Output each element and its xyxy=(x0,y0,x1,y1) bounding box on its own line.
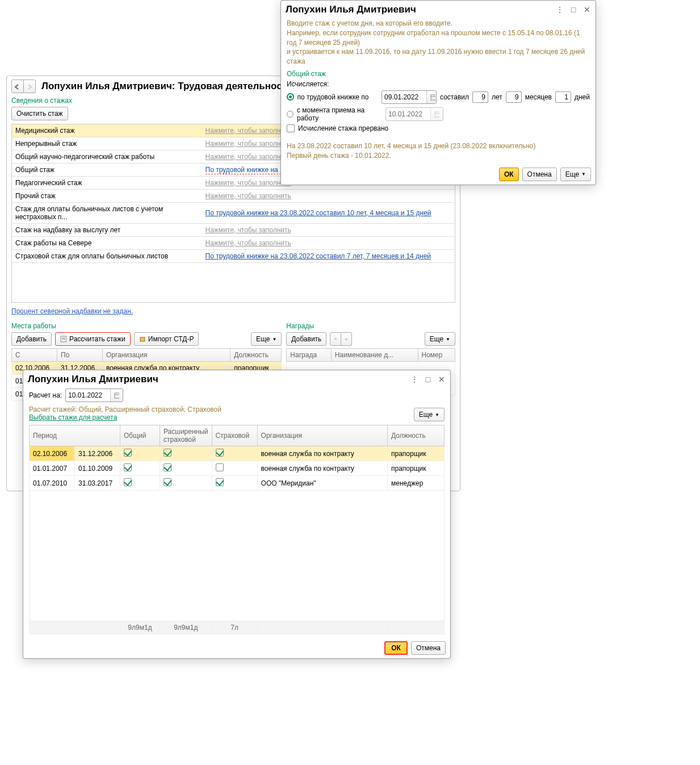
stazh-label: Стаж для оплаты больничных листов с учет… xyxy=(12,203,202,224)
more-calc-button[interactable]: Еще ▼ xyxy=(414,408,445,421)
more-work-button[interactable]: Еще ▼ xyxy=(251,332,282,346)
close-icon[interactable]: ✕ xyxy=(583,6,591,14)
svg-rect-8 xyxy=(115,393,119,398)
stazh-label: Стаж на надбавку за выслугу лет xyxy=(12,224,202,237)
stazh-label: Стаж работы на Севере xyxy=(12,237,202,250)
ok-button[interactable]: ОК xyxy=(384,641,408,655)
awards-section-label: Награды xyxy=(286,322,455,330)
calc-dialog: Лопухин Илья Дмитриевич ⋮ □ ✕ Расчет на:… xyxy=(23,370,451,659)
checkbox[interactable] xyxy=(124,463,132,471)
maximize-icon[interactable]: □ xyxy=(569,6,577,14)
cancel-button[interactable]: Отмена xyxy=(522,168,557,181)
add-work-button[interactable]: Добавить xyxy=(11,332,52,346)
stazh-value-link[interactable]: Нажмите, чтобы заполнить xyxy=(206,153,291,161)
stazh-label: Педагогический стаж xyxy=(12,177,202,190)
calc-dialog-title: Лопухин Илья Дмитриевич xyxy=(28,374,405,385)
more-awards-button[interactable]: Еще ▼ xyxy=(425,332,455,346)
percent-link[interactable]: Процент северной надбавки не задан. xyxy=(11,307,133,315)
stazh-label: Страховой стаж для оплаты больничных лис… xyxy=(12,250,202,263)
more-button[interactable]: Еще ▼ xyxy=(560,168,591,181)
svg-rect-6 xyxy=(435,112,439,117)
stazh-value-link[interactable]: Нажмите, чтобы заполнить xyxy=(206,226,291,234)
stazh-value-link[interactable]: Нажмите, чтобы заполнить xyxy=(206,127,291,135)
checkbox[interactable] xyxy=(216,478,224,486)
maximize-icon[interactable]: □ xyxy=(424,375,432,383)
ok-button[interactable]: ОК xyxy=(499,168,519,181)
common-stazh-label: Общий стаж xyxy=(287,70,590,78)
stazh-value-link[interactable]: Нажмите, чтобы заполнить xyxy=(206,192,291,200)
nav-forward-button[interactable] xyxy=(24,80,36,93)
date1-input[interactable] xyxy=(382,90,437,104)
menu-icon[interactable]: ⋮ xyxy=(556,6,564,14)
work-section-label: Места работы xyxy=(11,322,282,330)
stazh-label: Прочий стаж xyxy=(12,190,202,203)
nav-back-button[interactable] xyxy=(11,80,24,93)
choose-stazh-link[interactable]: Выбрать стажи для расчета xyxy=(29,413,117,421)
cancel-button[interactable]: Отмена xyxy=(411,641,446,655)
calc-date-input[interactable] xyxy=(65,388,123,402)
stazh-value-link[interactable]: По трудовой книжке на 23.08.2022 состави… xyxy=(206,209,431,217)
days-input[interactable] xyxy=(555,91,571,103)
checkbox[interactable] xyxy=(164,478,171,486)
calendar-icon[interactable] xyxy=(110,389,123,402)
checkbox[interactable] xyxy=(216,449,224,457)
close-icon[interactable]: ✕ xyxy=(438,375,446,383)
nav-buttons xyxy=(11,80,36,93)
stazh-label: Медицинский стаж xyxy=(12,124,202,137)
stazh-label: Непрерывный стаж xyxy=(12,137,202,151)
date2-input xyxy=(385,107,443,121)
months-input[interactable] xyxy=(506,91,522,103)
checkbox[interactable] xyxy=(216,463,224,471)
calc-stazh-button[interactable]: Рассчитать стажи xyxy=(55,332,131,346)
svg-rect-4 xyxy=(431,95,435,100)
radio-by-trudovaya[interactable] xyxy=(287,93,294,101)
stazh-value-link[interactable]: Нажмите, чтобы заполнить xyxy=(206,179,291,187)
page-title: Лопухин Илья Дмитриевич: Трудовая деятел… xyxy=(41,81,292,92)
calendar-icon xyxy=(430,108,443,120)
stazh-value-link[interactable]: Нажмите, чтобы заполнить xyxy=(206,239,291,247)
checkbox[interactable] xyxy=(164,449,171,457)
years-input[interactable] xyxy=(472,91,488,103)
calendar-icon[interactable] xyxy=(426,91,437,103)
checkbox[interactable] xyxy=(164,463,171,471)
move-down-button[interactable] xyxy=(341,332,352,346)
clear-stazh-button[interactable]: Очистить стаж xyxy=(11,107,68,120)
import-button[interactable]: Импорт СТД-Р xyxy=(134,332,199,346)
stazh-dialog: Лопухин Илья Дмитриевич ⋮ □ ✕ Вводите ст… xyxy=(280,0,596,185)
add-award-button[interactable]: Добавить xyxy=(286,332,326,346)
checkbox[interactable] xyxy=(124,449,132,457)
svg-rect-3 xyxy=(140,337,145,341)
stazh-label: Общий научно-педагогический стаж работы xyxy=(12,151,202,164)
stazh-value-link[interactable]: Нажмите, чтобы заполнить xyxy=(206,140,291,148)
dialog-title: Лопухин Илья Дмитриевич xyxy=(286,4,550,15)
calc-table[interactable]: Период Общий Расширенный страховой Страх… xyxy=(29,425,445,634)
stazh-label: Общий стаж xyxy=(12,164,202,177)
move-up-button[interactable] xyxy=(330,332,341,346)
menu-icon[interactable]: ⋮ xyxy=(410,375,418,383)
stazh-value-link[interactable]: По трудовой книжке на 23.08.2022 состави… xyxy=(206,252,431,260)
radio-from-hire[interactable] xyxy=(287,111,294,118)
checkbox[interactable] xyxy=(124,478,132,486)
interrupted-checkbox[interactable] xyxy=(287,124,295,132)
